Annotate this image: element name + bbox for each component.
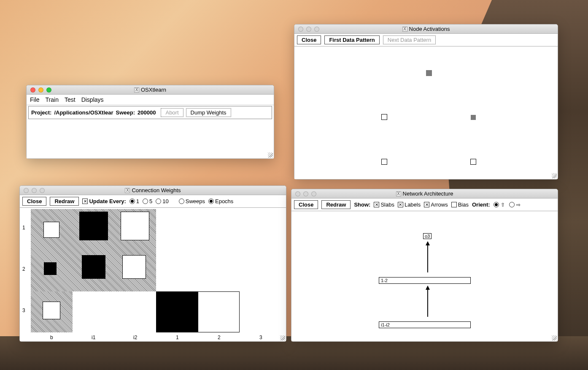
update-every-checkbox[interactable]: Update Every: bbox=[82, 198, 126, 204]
labels-checkbox[interactable]: Labels bbox=[398, 201, 421, 208]
toolbar: Close Redraw Show: Slabs Labels Arrows B… bbox=[291, 199, 558, 211]
update-10-radio[interactable]: 10 bbox=[156, 198, 168, 204]
weight-cell bbox=[198, 291, 240, 332]
sweep-label: Sweep: bbox=[116, 109, 135, 116]
toolbar: Close First Data Pattern Next Data Patte… bbox=[294, 34, 558, 46]
update-5-radio[interactable]: 5 bbox=[143, 198, 152, 204]
close-icon[interactable] bbox=[24, 188, 29, 193]
activations-canvas bbox=[294, 46, 558, 179]
close-icon[interactable] bbox=[298, 27, 303, 32]
zoom-icon[interactable] bbox=[40, 188, 45, 193]
minimize-icon[interactable] bbox=[306, 27, 311, 32]
weight-cell bbox=[79, 212, 108, 240]
activation-node bbox=[381, 159, 387, 165]
window-title: Network Architecture bbox=[403, 190, 453, 197]
dump-weights-button[interactable]: Dump Weights bbox=[186, 108, 231, 117]
app-icon: X bbox=[125, 188, 130, 193]
orient-up-radio[interactable]: ⇧ bbox=[494, 202, 506, 207]
window-title: Node Activations bbox=[409, 26, 450, 32]
window-title: OSXtlearn bbox=[141, 87, 166, 93]
menu-displays[interactable]: Displays bbox=[81, 96, 104, 103]
col-label: 3 bbox=[259, 335, 262, 340]
minimize-icon[interactable] bbox=[303, 191, 308, 196]
resize-grip[interactable] bbox=[552, 335, 557, 340]
activation-node bbox=[381, 114, 387, 120]
arrow-right-icon: ⇨ bbox=[516, 202, 521, 207]
next-data-pattern-button[interactable]: Next Data Pattern bbox=[383, 35, 436, 44]
show-label: Show: bbox=[354, 201, 370, 208]
connection-weights-window[interactable]: X Connection Weights Close Redraw Update… bbox=[19, 185, 286, 342]
weight-cell bbox=[44, 262, 57, 275]
resize-grip[interactable] bbox=[552, 173, 557, 178]
minimize-icon[interactable] bbox=[38, 87, 43, 92]
project-path: /Applications/OSXtlear bbox=[54, 109, 113, 116]
arrow-line bbox=[427, 289, 428, 317]
bias-checkbox[interactable]: Bias bbox=[451, 201, 469, 208]
weight-cell bbox=[43, 302, 60, 319]
zoom-icon[interactable] bbox=[311, 191, 316, 196]
activation-node bbox=[471, 115, 476, 120]
titlebar[interactable]: X OSXtlearn bbox=[27, 85, 274, 95]
network-architecture-window[interactable]: X Network Architecture Close Redraw Show… bbox=[291, 189, 558, 342]
weight-cell bbox=[82, 255, 105, 279]
app-icon: X bbox=[134, 87, 139, 92]
sweeps-radio[interactable]: Sweeps bbox=[179, 198, 205, 204]
menu-file[interactable]: File bbox=[30, 96, 40, 103]
first-data-pattern-button[interactable]: First Data Pattern bbox=[324, 35, 379, 44]
sweep-value: 200000 bbox=[138, 109, 156, 116]
app-icon: X bbox=[402, 27, 407, 32]
close-icon[interactable] bbox=[295, 191, 300, 196]
weights-canvas: 1 2 3 b i1 i2 1 2 3 bbox=[20, 208, 286, 341]
row-label: 2 bbox=[22, 266, 25, 272]
zoom-icon[interactable] bbox=[46, 87, 51, 92]
window-title: Connection Weights bbox=[132, 187, 181, 193]
titlebar[interactable]: X Connection Weights bbox=[20, 186, 286, 195]
weight-cell bbox=[122, 255, 146, 279]
zoom-icon[interactable] bbox=[314, 27, 319, 32]
col-label: i2 bbox=[133, 335, 137, 340]
close-button[interactable]: Close bbox=[294, 200, 318, 209]
close-button[interactable]: Close bbox=[22, 197, 46, 206]
activation-node bbox=[426, 70, 432, 76]
project-label: Project: bbox=[31, 109, 51, 116]
weight-cell bbox=[121, 212, 149, 240]
menu-train[interactable]: Train bbox=[46, 96, 59, 103]
app-icon: X bbox=[396, 191, 401, 196]
weight-cell bbox=[73, 291, 156, 332]
col-label: i1 bbox=[92, 335, 95, 340]
orient-label: Orient: bbox=[472, 201, 490, 208]
epochs-radio[interactable]: Epochs bbox=[208, 198, 233, 204]
titlebar[interactable]: X Node Activations bbox=[294, 24, 558, 34]
output-node: o3 bbox=[423, 233, 432, 239]
resize-grip[interactable] bbox=[280, 335, 285, 340]
minimize-icon[interactable] bbox=[32, 188, 37, 193]
redraw-button[interactable]: Redraw bbox=[321, 200, 351, 209]
weight-cell bbox=[43, 222, 59, 238]
orient-right-radio[interactable]: ⇨ bbox=[509, 202, 521, 207]
titlebar[interactable]: X Network Architecture bbox=[291, 189, 558, 199]
arrows-checkbox[interactable]: Arrows bbox=[424, 201, 448, 208]
arrow-line bbox=[427, 245, 428, 272]
col-label: 1 bbox=[176, 335, 179, 340]
input-slab: i1-i2 bbox=[379, 321, 471, 328]
hidden-slab: 1-2 bbox=[379, 277, 471, 284]
osxtlearn-window[interactable]: X OSXtlearn File Train Test Displays Pro… bbox=[26, 85, 274, 159]
close-icon[interactable] bbox=[30, 87, 35, 92]
update-1-radio[interactable]: 1 bbox=[129, 198, 139, 204]
abort-button[interactable]: Abort bbox=[161, 108, 183, 117]
col-label: 2 bbox=[218, 335, 221, 340]
row-label: 1 bbox=[22, 225, 25, 231]
menubar: File Train Test Displays bbox=[27, 95, 274, 105]
architecture-canvas: o3 1-2 i1-i2 bbox=[291, 211, 558, 341]
row-label: 3 bbox=[22, 307, 25, 313]
redraw-button[interactable]: Redraw bbox=[50, 197, 79, 206]
resize-grip[interactable] bbox=[268, 152, 273, 158]
activation-node bbox=[470, 159, 476, 165]
weight-cell bbox=[156, 291, 198, 332]
node-activations-window[interactable]: X Node Activations Close First Data Patt… bbox=[294, 24, 558, 180]
menu-test[interactable]: Test bbox=[65, 96, 76, 103]
close-button[interactable]: Close bbox=[297, 35, 321, 44]
col-label: b bbox=[50, 335, 53, 340]
slabs-checkbox[interactable]: Slabs bbox=[374, 201, 394, 208]
main-content bbox=[27, 120, 274, 158]
